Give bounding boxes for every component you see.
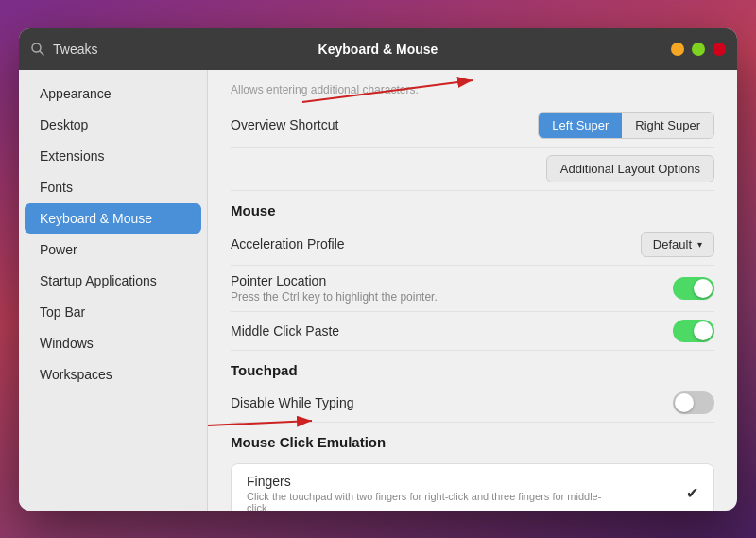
touchpad-section-title: Touchpad (231, 351, 714, 384)
acceleration-profile-value: Default (653, 237, 692, 252)
sidebar-item-windows[interactable]: Windows (25, 328, 201, 358)
sidebar-item-power[interactable]: Power (25, 234, 201, 265)
mouse-click-emulation-box: Fingers Click the touchpad with two fing… (231, 463, 714, 511)
app-name-label: Tweaks (53, 42, 97, 57)
sidebar-item-top-bar[interactable]: Top Bar (25, 297, 201, 327)
acceleration-profile-dropdown[interactable]: Default ▾ (641, 232, 714, 257)
pointer-location-label: Pointer Location (231, 273, 673, 288)
dropdown-arrow-icon: ▾ (697, 239, 702, 250)
svg-line-5 (40, 51, 43, 55)
mouse-click-emulation-title: Mouse Click Emulation (231, 423, 714, 456)
main-content-wrapper: Allows entering additional characters. O… (208, 70, 737, 511)
close-button[interactable] (713, 43, 726, 56)
left-super-button[interactable]: Left Super (539, 113, 622, 138)
disable-while-typing-row: Disable While Typing (231, 384, 714, 423)
sidebar-item-appearance[interactable]: Appearance (25, 78, 201, 109)
scroll-hint-text: Allows entering additional characters. (231, 79, 714, 104)
overview-shortcut-btn-group: Left Super Right Super (538, 112, 714, 139)
sidebar-item-fonts[interactable]: Fonts (25, 172, 201, 202)
sidebar-item-workspaces[interactable]: Workspaces (25, 359, 201, 390)
mouse-section-title: Mouse (231, 191, 714, 224)
content-scroll[interactable]: Allows entering additional characters. O… (208, 70, 737, 511)
sidebar-item-extensions[interactable]: Extensions (25, 141, 201, 171)
maximize-button[interactable] (692, 43, 705, 56)
sidebar-item-keyboard-mouse[interactable]: Keyboard & Mouse (25, 203, 201, 234)
sidebar-item-desktop[interactable]: Desktop (25, 110, 201, 140)
acceleration-profile-label: Acceleration Profile (231, 236, 641, 252)
middle-click-paste-row: Middle Click Paste (231, 312, 714, 351)
right-super-button[interactable]: Right Super (622, 113, 713, 138)
emulation-fingers-row[interactable]: Fingers Click the touchpad with two fing… (232, 464, 713, 511)
titlebar: Tweaks Keyboard & Mouse (19, 28, 737, 70)
overview-shortcut-row: Overview Shortcut Left Super Right Super (231, 104, 714, 148)
emulation-fingers-label: Fingers (247, 474, 606, 489)
toggle-knob (694, 279, 713, 298)
disable-while-typing-label: Disable While Typing (231, 395, 673, 410)
additional-layout-button[interactable]: Additional Layout Options (546, 155, 714, 182)
middle-click-paste-toggle[interactable] (673, 320, 714, 342)
window-controls (671, 43, 726, 56)
window-body: Appearance Desktop Extensions Fonts Keyb… (19, 70, 737, 511)
sidebar: Appearance Desktop Extensions Fonts Keyb… (19, 70, 208, 511)
pointer-location-row: Pointer Location Press the Ctrl key to h… (231, 266, 714, 312)
minimize-button[interactable] (671, 43, 684, 56)
emulation-fingers-sublabel: Click the touchpad with two fingers for … (247, 491, 606, 511)
acceleration-profile-row: Acceleration Profile Default ▾ (231, 224, 714, 266)
overview-shortcut-label: Overview Shortcut (231, 117, 538, 132)
toggle-knob-2 (694, 321, 713, 340)
middle-click-paste-label: Middle Click Paste (231, 323, 673, 338)
fingers-checkmark: ✔ (686, 484, 698, 502)
toggle-knob-3 (675, 393, 694, 412)
search-icon[interactable] (30, 42, 45, 57)
additional-layout-row: Additional Layout Options (231, 148, 714, 191)
disable-while-typing-toggle[interactable] (673, 391, 714, 414)
pointer-location-toggle[interactable] (673, 277, 714, 300)
main-window: Tweaks Keyboard & Mouse Appearance Deskt… (19, 28, 737, 511)
sidebar-item-startup[interactable]: Startup Applications (25, 266, 201, 296)
pointer-location-sublabel: Press the Ctrl key to highlight the poin… (231, 290, 673, 304)
window-title: Keyboard & Mouse (318, 42, 438, 57)
